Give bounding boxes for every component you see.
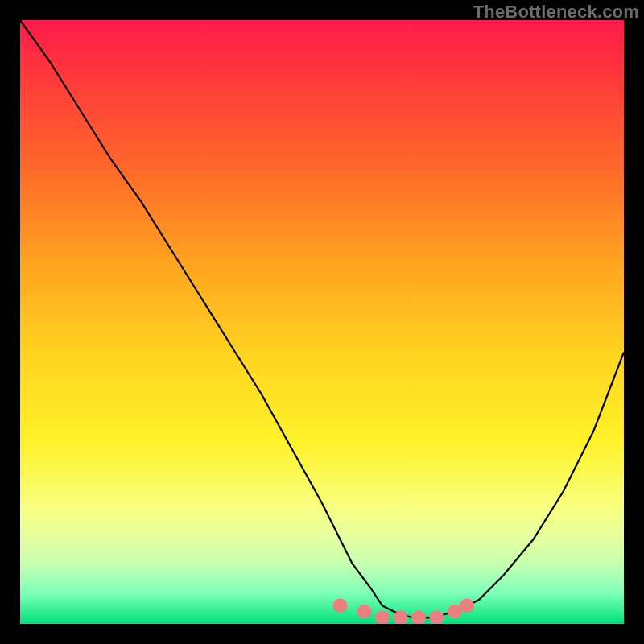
curve-layer bbox=[20, 20, 624, 624]
highlight-dot bbox=[375, 611, 390, 625]
highlight-dots bbox=[333, 599, 475, 625]
plot-area bbox=[20, 20, 624, 624]
watermark-text: TheBottleneck.com bbox=[473, 2, 639, 23]
highlight-dot bbox=[460, 599, 474, 613]
highlight-dot bbox=[333, 599, 348, 613]
chart-frame: TheBottleneck.com bbox=[0, 0, 644, 644]
highlight-dot bbox=[357, 605, 372, 619]
highlight-dot bbox=[430, 611, 444, 625]
highlight-dot bbox=[411, 611, 426, 625]
bottleneck-curve bbox=[20, 20, 624, 618]
curve-path bbox=[20, 20, 624, 618]
